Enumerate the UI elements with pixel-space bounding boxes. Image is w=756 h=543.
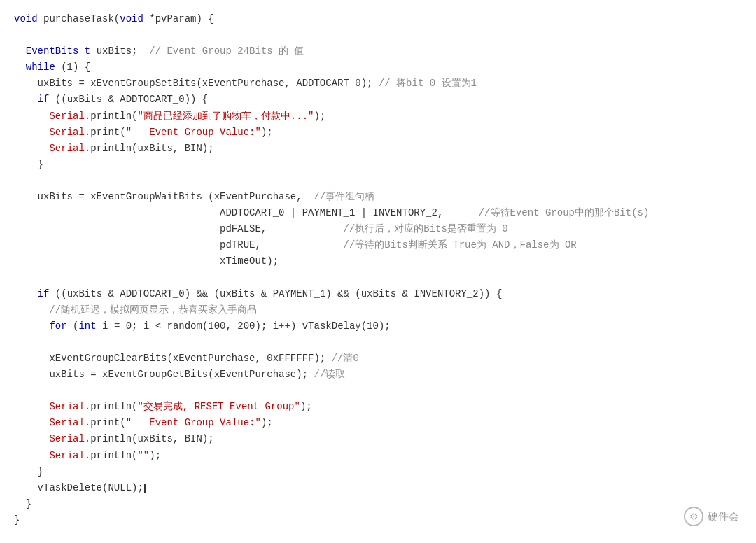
code-line: } xyxy=(14,464,742,480)
code-line: ADDTOCART_0 | PAYMENT_1 | INVENTORY_2, /… xyxy=(14,205,742,221)
code-line: Serial.println(""); xyxy=(14,448,742,464)
code-line: Serial.println(uxBits, BIN); xyxy=(14,141,742,157)
watermark-icon: ⚙ xyxy=(684,507,704,526)
code-line: vTaskDelete(NULL); xyxy=(14,480,742,496)
code-line xyxy=(14,27,742,43)
code-line: while (1) { xyxy=(14,59,742,76)
code-line: uxBits = xEventGroupGetBits(xEventPurcha… xyxy=(14,367,742,383)
code-line: //随机延迟，模拟网页显示，恭喜买家入手商品 xyxy=(14,302,742,318)
code-line: Serial.println(uxBits, BIN); xyxy=(14,431,742,447)
code-line: xTimeOut); xyxy=(14,253,742,269)
watermark: ⚙ 硬件会 xyxy=(684,507,739,526)
code-line: uxBits = xEventGroupSetBits(xEventPurcha… xyxy=(14,76,742,92)
code-line xyxy=(14,173,742,189)
code-line: } xyxy=(14,157,742,173)
code-line: EventBits_t uxBits; // Event Group 24Bit… xyxy=(14,43,742,59)
code-container: void purchaseTask(void *pvParam) { Event… xyxy=(0,0,756,543)
code-line xyxy=(14,334,742,351)
code-line: Serial.println("交易完成, RESET Event Group"… xyxy=(14,399,742,415)
code-line xyxy=(14,270,742,286)
code-line: Serial.println("商品已经添加到了购物车，付款中..."); xyxy=(14,108,742,125)
code-line: } xyxy=(14,496,742,512)
code-block: void purchaseTask(void *pvParam) { Event… xyxy=(14,11,742,528)
code-line: pdTRUE, //等待的Bits判断关系 True为 AND，False为 O… xyxy=(14,237,742,253)
code-line: if ((uxBits & ADDTOCART_0) && (uxBits & … xyxy=(14,286,742,302)
code-line: Serial.print(" Event Group Value:"); xyxy=(14,125,742,141)
code-line: uxBits = xEventGroupWaitBits (xEventPurc… xyxy=(14,189,742,205)
watermark-text: 硬件会 xyxy=(708,508,739,525)
code-line: Serial.print(" Event Group Value:"); xyxy=(14,415,742,431)
code-line: } xyxy=(14,512,742,528)
code-line: pdFALSE, //执行后，对应的Bits是否重置为 0 xyxy=(14,221,742,237)
code-line xyxy=(14,383,742,399)
code-line: xEventGroupClearBits(xEventPurchase, 0xF… xyxy=(14,351,742,367)
code-line: if ((uxBits & ADDTOCART_0)) { xyxy=(14,92,742,108)
code-line: void purchaseTask(void *pvParam) { xyxy=(14,11,742,27)
code-line: for (int i = 0; i < random(100, 200); i+… xyxy=(14,318,742,334)
